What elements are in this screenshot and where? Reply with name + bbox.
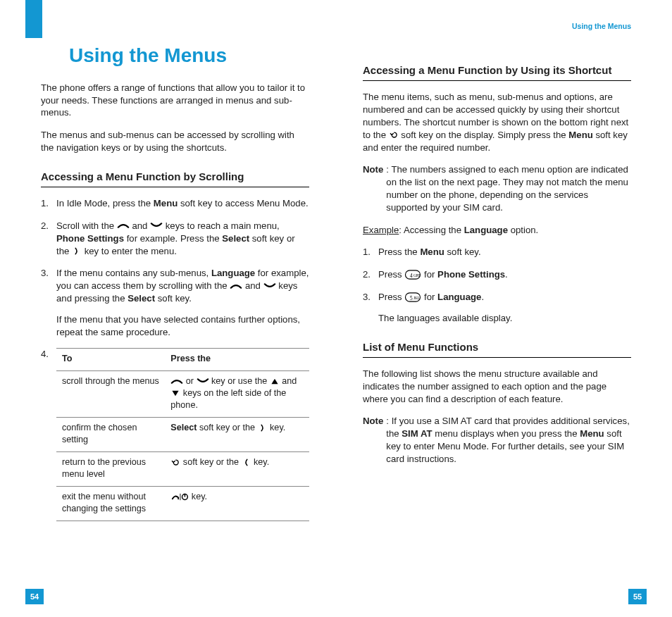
key-action-table: To Press the scroll through the menus or… xyxy=(56,348,309,521)
page-number: 55 xyxy=(628,589,647,604)
svg-text:GHI: GHI xyxy=(413,273,421,278)
key-5-icon: 5JKL xyxy=(404,292,421,302)
svg-text:4: 4 xyxy=(410,272,413,278)
end-power-icon xyxy=(170,492,189,501)
step-item: If the menu contains any sub-menus, Lang… xyxy=(41,267,309,338)
step-item: In Idle Mode, press the Menu soft key to… xyxy=(41,197,309,210)
svg-text:5: 5 xyxy=(410,294,413,301)
nav-down-icon xyxy=(150,221,163,230)
page-left: Using the Menus The phone offers a range… xyxy=(0,0,336,617)
page-right: Using the Menus Accessing a Menu Functio… xyxy=(336,0,672,617)
side-tab xyxy=(25,0,42,38)
key-4-icon: 4GHI xyxy=(404,270,421,280)
example-steps: Press the Menu soft key. Press 4GHI for … xyxy=(363,246,631,324)
nav-up-icon xyxy=(117,221,130,230)
intro-paragraph: The menus and sub-menus can be accessed … xyxy=(41,129,309,154)
nav-up-icon xyxy=(170,377,183,385)
svg-text:JKL: JKL xyxy=(413,296,420,300)
left-softkey-icon xyxy=(241,459,251,466)
section-heading-shortcut: Accessing a Menu Function by Using its S… xyxy=(363,63,631,81)
step-item: Press 5JKL for Language. The languages a… xyxy=(363,291,631,325)
table-header: To xyxy=(56,349,165,371)
nav-down-icon xyxy=(197,377,209,385)
example-line: Example: Accessing the Language option. xyxy=(363,224,631,237)
section-heading-scrolling: Accessing a Menu Function by Scrolling xyxy=(41,170,309,187)
back-icon xyxy=(389,131,399,139)
page-spread: Using the Menus The phone offers a range… xyxy=(0,0,672,617)
step-item: Press 4GHI for Phone Settings. xyxy=(363,268,631,281)
right-softkey-icon xyxy=(72,247,82,255)
step-item: To Press the scroll through the menus or… xyxy=(41,348,309,521)
step-item: Press the Menu soft key. xyxy=(363,246,631,258)
step-item: Scroll with the and keys to reach a main… xyxy=(41,220,309,257)
table-header: Press the xyxy=(165,349,309,371)
back-icon xyxy=(170,459,180,466)
body-paragraph: The following list shows the menu struct… xyxy=(363,368,631,405)
page-title: Using the Menus xyxy=(69,42,309,69)
vol-down-icon xyxy=(170,389,180,397)
section-heading-list: List of Menu Functions xyxy=(363,340,631,358)
nav-up-icon xyxy=(230,282,242,290)
page-number: 54 xyxy=(25,589,44,604)
table-row: scroll through the menus or key or use t… xyxy=(56,371,309,418)
scrolling-steps: In Idle Mode, press the Menu soft key to… xyxy=(41,197,309,521)
running-header: Using the Menus xyxy=(572,21,631,31)
intro-paragraph: The phone offers a range of functions th… xyxy=(41,82,309,119)
vol-up-icon xyxy=(270,378,280,385)
note-block: Note : The numbers assigned to each menu… xyxy=(363,163,631,213)
nav-down-icon xyxy=(263,282,276,290)
table-row: exit the menu without changing the setti… xyxy=(56,487,309,521)
right-softkey-icon xyxy=(258,424,268,432)
body-paragraph: The menu items, such as menu, sub-menus … xyxy=(363,91,631,154)
table-row: confirm the chosen setting Select soft k… xyxy=(56,418,309,452)
table-row: return to the previous menu level soft k… xyxy=(56,452,309,487)
note-block: Note : If you use a SIM AT card that pro… xyxy=(363,415,631,465)
